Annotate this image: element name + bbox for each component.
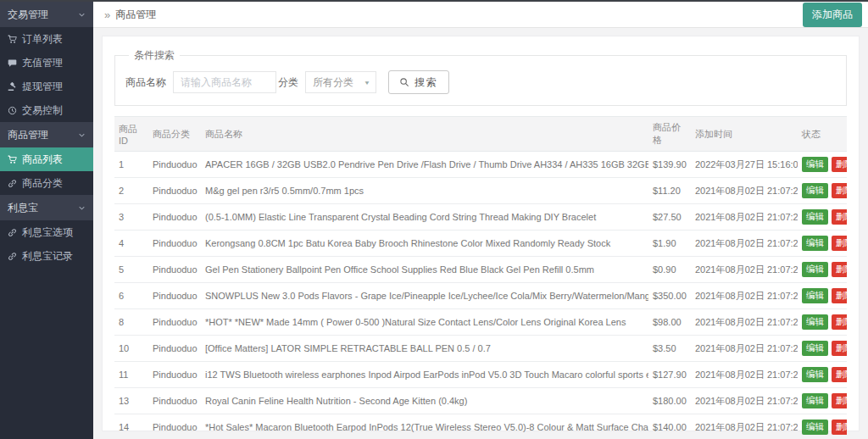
sidebar-label: 利息宝记录 xyxy=(22,249,73,264)
delete-button[interactable]: 删除 xyxy=(832,341,847,356)
table-row: 3Pinduoduo(0.5-1.0MM) Elastic Line Trans… xyxy=(114,204,847,231)
edit-button[interactable]: 编辑 xyxy=(802,393,828,408)
cell-added: 2021年08月02日 21:07:29 xyxy=(691,362,798,388)
header-status: 状态 xyxy=(798,117,847,152)
cell-name: (0.5-1.0MM) Elastic Line Transparent Cry… xyxy=(201,204,648,231)
sidebar-label: 商品管理 xyxy=(8,128,48,142)
cell-actions: 编辑删除 xyxy=(798,204,847,231)
products-table: 商品ID 商品分类 商品名称 商品价格 添加时间 状态 1PinduoduoAP… xyxy=(114,116,847,439)
search-icon xyxy=(399,77,409,87)
content: 条件搜索 商品名称 分类 所有分类 ▼ 搜索 xyxy=(93,28,868,439)
sidebar-label: 利息宝选项 xyxy=(22,225,73,240)
cell-id: 2 xyxy=(114,178,148,204)
cell-added: 2021年08月02日 21:07:29 xyxy=(691,336,798,362)
cell-category: Pinduoduo xyxy=(148,283,201,309)
cell-id: 10 xyxy=(114,336,148,362)
cell-price: $140.00 xyxy=(648,414,691,439)
cell-added: 2022年03月27日 15:16:06 xyxy=(691,152,798,178)
products-tbody: 1PinduoduoAPACER 16GB / 32GB USB2.0 Pend… xyxy=(114,152,847,439)
cell-name: i12 TWS Bluetooth wireless earphones Inp… xyxy=(201,362,648,388)
cell-category: Pinduoduo xyxy=(148,414,201,439)
delete-button[interactable]: 删除 xyxy=(832,236,847,251)
search-button[interactable]: 搜索 xyxy=(388,70,449,94)
cell-id: 8 xyxy=(114,309,148,336)
cell-id: 5 xyxy=(114,257,148,283)
cell-added: 2021年08月02日 21:07:29 xyxy=(691,204,798,231)
main-area: » 商品管理 添加商品 条件搜索 商品名称 分类 所有分类 ▼ xyxy=(93,0,868,439)
cell-category: Pinduoduo xyxy=(148,178,201,204)
delete-button[interactable]: 删除 xyxy=(832,183,847,198)
edit-button[interactable]: 编辑 xyxy=(802,209,828,225)
sidebar-section-0[interactable]: 交易管理 xyxy=(0,2,93,27)
cart-icon xyxy=(8,35,17,44)
category-select[interactable]: 所有分类 ▼ xyxy=(305,71,376,93)
delete-button[interactable]: 删除 xyxy=(832,393,847,408)
edit-button[interactable]: 编辑 xyxy=(802,314,828,330)
clock-icon xyxy=(8,106,17,115)
cell-category: Pinduoduo xyxy=(148,257,201,283)
sidebar-section-5[interactable]: 商品管理 xyxy=(0,122,93,147)
cell-name: Royal Canin Feline Health Nutrition - Se… xyxy=(201,388,648,414)
cell-added: 2021年08月02日 21:07:29 xyxy=(691,388,798,414)
delete-button[interactable]: 删除 xyxy=(832,367,847,382)
edit-button[interactable]: 编辑 xyxy=(802,236,828,251)
cell-price: $98.00 xyxy=(648,309,691,336)
breadcrumb: » 商品管理 xyxy=(104,8,156,22)
cell-added: 2021年08月02日 21:07:29 xyxy=(691,231,798,257)
gavel-icon xyxy=(8,82,17,92)
cell-category: Pinduoduo xyxy=(148,388,201,414)
sidebar-label: 交易管理 xyxy=(8,8,48,22)
sidebar-section-8[interactable]: 利息宝 xyxy=(0,195,93,220)
cell-id: 6 xyxy=(114,283,148,309)
search-panel-legend: 条件搜索 xyxy=(129,48,180,63)
sidebar-item-10[interactable]: 利息宝记录 xyxy=(0,244,93,268)
edit-button[interactable]: 编辑 xyxy=(802,341,828,356)
search-form: 商品名称 分类 所有分类 ▼ 搜索 xyxy=(124,70,837,94)
cell-actions: 编辑删除 xyxy=(798,257,847,283)
cell-category: Pinduoduo xyxy=(148,152,201,178)
cell-price: $0.90 xyxy=(648,257,691,283)
header-price: 商品价格 xyxy=(648,117,691,152)
sidebar: 交易管理订单列表充值管理提现管理交易控制商品管理商品列表商品分类利息宝利息宝选项… xyxy=(0,0,93,439)
cell-name: APACER 16GB / 32GB USB2.0 Pendrive Pen D… xyxy=(201,152,648,178)
select-caret-down-icon: ▼ xyxy=(364,79,370,85)
edit-button[interactable]: 编辑 xyxy=(802,420,828,435)
sidebar-item-2[interactable]: 充值管理 xyxy=(0,51,93,75)
cell-price: $1.90 xyxy=(648,231,691,257)
sidebar-item-4[interactable]: 交易控制 xyxy=(0,98,93,122)
delete-button[interactable]: 删除 xyxy=(832,157,847,172)
delete-button[interactable]: 删除 xyxy=(832,262,847,277)
cell-id: 3 xyxy=(114,204,148,231)
add-product-button[interactable]: 添加商品 xyxy=(803,3,862,27)
table-row: 6PinduoduoSNOWPLUS New 3.0 Pods Flavors … xyxy=(114,283,847,309)
cell-actions: 编辑删除 xyxy=(798,388,847,414)
sidebar-item-1[interactable]: 订单列表 xyxy=(0,27,93,51)
cell-actions: 编辑删除 xyxy=(798,336,847,362)
cell-name: [Office Matters] LATOR SIMPLE RETRACTABL… xyxy=(201,336,648,362)
edit-button[interactable]: 编辑 xyxy=(802,367,828,382)
cell-category: Pinduoduo xyxy=(148,362,201,388)
edit-button[interactable]: 编辑 xyxy=(802,288,828,303)
edit-button[interactable]: 编辑 xyxy=(802,157,828,172)
sidebar-label: 提现管理 xyxy=(22,80,63,94)
delete-button[interactable]: 删除 xyxy=(832,288,847,303)
product-name-input[interactable] xyxy=(173,71,276,93)
table-row: 4PinduoduoKerongsang 0.8CM 1pc Batu Kore… xyxy=(114,231,847,257)
delete-button[interactable]: 删除 xyxy=(832,209,847,225)
table-row: 8Pinduoduo*HOT* *NEW* Made 14mm ( Power … xyxy=(114,309,847,336)
sidebar-item-9[interactable]: 利息宝选项 xyxy=(0,220,93,244)
sidebar-item-3[interactable]: 提现管理 xyxy=(0,75,93,98)
edit-button[interactable]: 编辑 xyxy=(802,183,828,198)
delete-button[interactable]: 删除 xyxy=(832,314,847,330)
sidebar-label: 交易控制 xyxy=(22,103,63,118)
sidebar-item-7[interactable]: 商品分类 xyxy=(0,171,93,195)
search-button-label: 搜索 xyxy=(415,75,438,90)
sidebar-label: 商品分类 xyxy=(22,176,63,191)
table-row: 14Pinduoduo*Hot Sales* Macaron Bluetooth… xyxy=(114,414,847,439)
top-border xyxy=(0,0,868,2)
header-added-time: 添加时间 xyxy=(691,117,798,152)
edit-button[interactable]: 编辑 xyxy=(802,262,828,277)
sidebar-item-6[interactable]: 商品列表 xyxy=(0,147,93,171)
delete-button[interactable]: 删除 xyxy=(832,420,847,435)
cell-id: 1 xyxy=(114,152,148,178)
